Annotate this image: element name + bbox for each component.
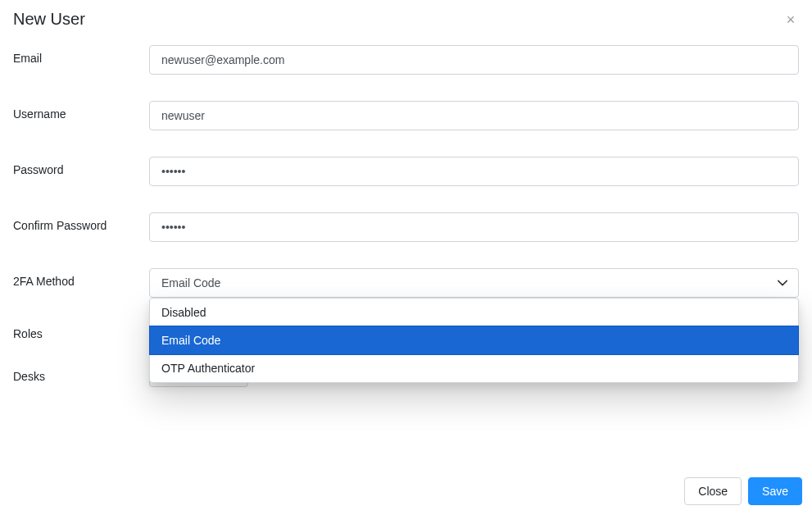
form-row-password: Password [13, 157, 799, 186]
email-label: Email [13, 45, 149, 65]
close-button[interactable]: Close [684, 477, 742, 505]
confirm-password-label: Confirm Password [13, 212, 149, 232]
twofa-dropdown: Disabled Email Code OTP Authenticator [149, 298, 799, 383]
password-field[interactable] [149, 157, 799, 186]
username-label: Username [13, 101, 149, 121]
twofa-option-otp-authenticator[interactable]: OTP Authenticator [150, 354, 798, 382]
password-label: Password [13, 157, 149, 176]
twofa-option-email-code[interactable]: Email Code [149, 326, 799, 355]
close-icon[interactable]: × [783, 11, 799, 28]
form-row-username: Username [13, 101, 799, 130]
modal-body: Email Username Password Confirm Password… [13, 45, 799, 387]
username-field[interactable] [149, 101, 799, 130]
twofa-option-disabled[interactable]: Disabled [150, 299, 798, 326]
modal-header: New User × [13, 10, 799, 29]
twofa-selected-value: Email Code [161, 276, 220, 289]
modal-footer: Close Save [684, 477, 802, 505]
email-field[interactable] [149, 45, 799, 75]
form-row-confirm-password: Confirm Password [13, 212, 799, 242]
twofa-label: 2FA Method [13, 268, 149, 288]
form-row-twofa: 2FA Method Email Code Disabled Email Cod… [13, 268, 799, 298]
modal-title: New User [13, 10, 85, 29]
twofa-select[interactable]: Email Code Disabled Email Code OTP Authe… [149, 268, 799, 298]
form-row-email: Email [13, 45, 799, 75]
twofa-select-display[interactable]: Email Code [149, 268, 799, 298]
desks-label: Desks [13, 363, 149, 383]
chevron-down-icon [777, 277, 788, 289]
roles-label: Roles [13, 321, 149, 340]
save-button[interactable]: Save [748, 477, 802, 505]
confirm-password-field[interactable] [149, 212, 799, 242]
new-user-modal: New User × Email Username Password Confi… [0, 0, 812, 423]
